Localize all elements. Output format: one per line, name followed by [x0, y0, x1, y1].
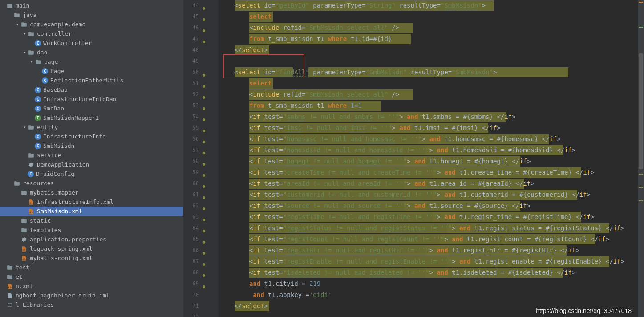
gutter-marker-icon — [202, 204, 206, 208]
tree-row[interactable]: CDruidConfig — [0, 169, 183, 179]
svg-point-2 — [203, 7, 205, 10]
tree-row[interactable]: ▾page — [0, 57, 183, 66]
tree-row[interactable]: templates — [0, 225, 183, 235]
code-line[interactable]: <select id="getById" parameterType="Stri… — [223, 0, 638, 11]
tree-row[interactable]: application.properties — [0, 235, 183, 244]
code-line[interactable]: </select> — [223, 45, 638, 56]
tree-label: SmbMsisdnMapper1 — [43, 114, 99, 121]
code-line[interactable]: <if test="isdeleted != null and isdelete… — [223, 267, 638, 278]
tree-row[interactable]: CInfrastructureInfo — [0, 132, 183, 141]
class-icon: C — [35, 96, 41, 102]
code-line[interactable]: select — [223, 11, 638, 22]
tree-row[interactable]: static — [0, 216, 183, 225]
tree-twisty[interactable]: ▾ — [21, 125, 28, 130]
code-line[interactable]: <if test="registTime != null and registT… — [223, 211, 638, 223]
line-number: 58 — [184, 156, 207, 167]
gear-icon — [28, 161, 35, 168]
code-line[interactable]: and t1.cityid = 219 — [223, 278, 638, 289]
code-content[interactable]: <select id="getById" parameterType="Stri… — [219, 0, 638, 317]
code-line[interactable]: <if test="registStatus != null and regis… — [223, 223, 638, 234]
tree-row[interactable]: InfrastructureInfo.xml — [0, 197, 183, 207]
tree-row[interactable]: CSmbDao — [0, 104, 183, 113]
code-line[interactable]: <include refid="SmbMsisdn_select_all" /> — [223, 22, 638, 33]
tree-row[interactable]: ▾com.example.demo — [0, 20, 183, 29]
line-number: 47 — [184, 33, 207, 45]
tree-label: templates — [30, 227, 61, 233]
tree-twisty[interactable]: ▾ — [21, 31, 28, 36]
tree-label: l Libraries — [16, 301, 54, 308]
tree-twisty[interactable]: ▾ — [14, 22, 20, 27]
scroll-mark — [639, 2, 643, 3]
tree-row[interactable]: ngboot-pagehelper-druid.iml — [0, 291, 183, 300]
tree-row[interactable]: CInfrastructureInfoDao — [0, 94, 183, 104]
tree-twisty[interactable]: ▾ — [21, 50, 28, 55]
scrollbar-thumb[interactable] — [639, 53, 643, 169]
file-icon — [6, 292, 13, 299]
code-line[interactable]: <if test="registHlr != null and registHl… — [223, 245, 638, 256]
svg-point-12 — [203, 141, 205, 143]
folder-icon — [20, 217, 28, 224]
tree-row[interactable]: main — [0, 1, 183, 10]
code-line[interactable]: select — [223, 78, 638, 89]
tree-row[interactable]: CBaseDao — [0, 85, 183, 94]
tree-row[interactable]: java — [0, 10, 183, 20]
line-number: 66 — [184, 245, 207, 256]
code-line[interactable]: <if test="createTime != null and createT… — [223, 167, 638, 178]
tree-label: mybatis.mapper — [30, 189, 79, 196]
gutter-marker-icon — [202, 4, 206, 8]
tree-row[interactable]: n.xml — [0, 281, 183, 291]
code-line[interactable]: <if test="homesmsc != null and homesmsc … — [223, 134, 638, 145]
code-line[interactable]: <if test="source != null and source != '… — [223, 200, 638, 211]
tree-row[interactable]: mybatis-config.xml — [0, 253, 183, 263]
tree-row[interactable]: et — [0, 272, 183, 281]
code-line[interactable]: <if test="areaId != null and areaId != '… — [223, 178, 638, 189]
code-line[interactable]: from t_smb_msisdn t1 where t1.id=#{id} — [223, 33, 638, 45]
svg-point-3 — [203, 18, 205, 21]
tree-row[interactable]: DemoApplication — [0, 160, 183, 169]
tree-row[interactable]: ▾entity — [0, 122, 183, 132]
code-line[interactable]: <if test="registEnable != null and regis… — [223, 256, 638, 267]
tree-row[interactable]: ▾dao — [0, 48, 183, 57]
tree-label: et — [16, 273, 23, 280]
tree-row[interactable]: service — [0, 150, 183, 160]
code-line[interactable]: <if test="smbms != null and smbms != ''"… — [223, 111, 638, 122]
tree-row[interactable]: logback-spring.xml — [0, 244, 183, 253]
tree-row[interactable]: SmbMsisdn.xml — [0, 207, 183, 216]
code-line[interactable]: <if test="homesdsid != null and homesdsi… — [223, 145, 638, 156]
editor-scrollbar[interactable] — [638, 0, 644, 317]
project-sidebar[interactable]: mainjava▾com.example.demo▾controllerCWor… — [0, 0, 184, 317]
scroll-mark — [639, 187, 643, 188]
app-root: mainjava▾com.example.demo▾controllerCWor… — [0, 0, 644, 317]
gutter-marker-icon — [202, 260, 206, 264]
tree-row[interactable]: CWorkController — [0, 38, 183, 48]
code-line[interactable]: <select id="findAll" parameterType="SmbM… — [223, 67, 638, 78]
code-line[interactable]: <if test="homegt != null and homegt != '… — [223, 156, 638, 167]
project-tree[interactable]: mainjava▾com.example.demo▾controllerCWor… — [0, 0, 183, 309]
tree-row[interactable]: test — [0, 263, 183, 272]
tree-row[interactable]: ISmbMsisdnMapper1 — [0, 113, 183, 122]
tree-label: DruidConfig — [36, 171, 74, 177]
tree-row[interactable]: mybatis.mapper — [0, 188, 183, 197]
folder-icon — [6, 2, 13, 9]
code-line[interactable]: <if test="imsi != null and imsi != ''"> … — [223, 122, 638, 134]
code-line[interactable]: <if test="customerid != null and custome… — [223, 189, 638, 200]
tree-label: resources — [23, 180, 54, 187]
tree-row[interactable]: ▾controller — [0, 29, 183, 38]
code-line[interactable]: <include refid="SmbMsisdn_select_all" /> — [223, 89, 638, 100]
tree-twisty[interactable]: ▾ — [28, 59, 35, 64]
code-editor[interactable]: <select id="getById" parameterType="Stri… — [219, 0, 638, 317]
tree-row[interactable]: CSmbMsisdn — [0, 141, 183, 150]
tree-label: Page — [50, 68, 64, 74]
code-line[interactable]: and t1.appkey ='didi' — [223, 289, 638, 301]
tree-row[interactable]: l Libraries — [0, 300, 183, 309]
interface-icon: I — [35, 115, 41, 121]
tree-row[interactable]: resources — [0, 179, 183, 188]
tree-row[interactable]: CReflectionFatherUtils — [0, 76, 183, 85]
tree-row[interactable]: CPage — [0, 66, 183, 76]
gutter-marker-icon — [202, 15, 206, 19]
xml-icon — [28, 208, 35, 215]
gutter-marker-icon — [202, 115, 206, 119]
code-line[interactable]: from t_smb_msisdn t1 where 1=1 — [223, 100, 638, 111]
code-line[interactable] — [223, 56, 638, 67]
code-line[interactable]: <if test="registCount != null and regist… — [223, 234, 638, 245]
